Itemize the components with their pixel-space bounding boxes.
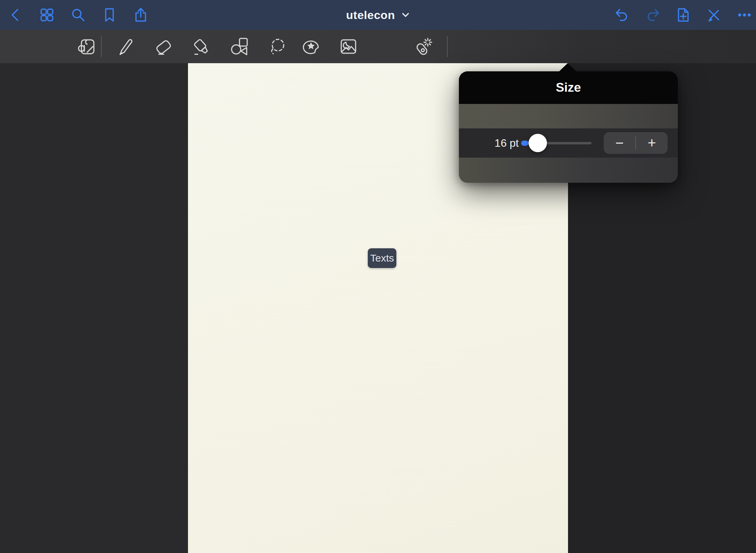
nav-left-group: [7, 0, 150, 30]
slider-thumb[interactable]: [529, 134, 547, 152]
size-control-row: 16 pt − +: [459, 128, 678, 158]
shapes-tool-icon[interactable]: [227, 30, 253, 63]
image-tool-icon[interactable]: [336, 30, 361, 63]
highlighter-tool-icon[interactable]: [189, 30, 214, 63]
notebook-convert-tool-icon[interactable]: [74, 30, 100, 63]
sticker-tool-icon[interactable]: [298, 30, 324, 63]
laser-pointer-tool-icon[interactable]: [410, 30, 435, 63]
share-icon[interactable]: [132, 6, 150, 24]
bookmark-icon[interactable]: [101, 6, 118, 24]
size-increase-button[interactable]: +: [636, 132, 668, 154]
tool-bar: T HiraginoSans-... 16: [0, 30, 756, 63]
size-slider[interactable]: [521, 128, 591, 158]
canvas-background-left: [0, 63, 188, 553]
slider-fill: [521, 141, 529, 146]
search-icon[interactable]: [69, 6, 87, 24]
toolbar-separator-2: [447, 36, 448, 57]
nav-right-group: [613, 0, 753, 30]
undo-icon[interactable]: [613, 6, 631, 24]
more-icon[interactable]: [736, 6, 753, 24]
lasso-tool-icon[interactable]: [264, 30, 290, 63]
canvas-text-element[interactable]: Texts: [368, 248, 396, 268]
size-value-label: 16 pt: [481, 128, 519, 158]
eraser-tool-icon[interactable]: [150, 30, 176, 63]
size-decrease-button[interactable]: −: [604, 132, 635, 154]
nav-bar: utelecon: [0, 0, 756, 30]
add-page-icon[interactable]: [674, 6, 692, 24]
size-stepper: − +: [604, 132, 668, 154]
popover-title-text: Size: [556, 81, 581, 95]
app-screen: utelecon: [0, 0, 756, 553]
popover-lower-band: [459, 158, 678, 183]
back-icon[interactable]: [7, 6, 24, 24]
grid-thumbnails-icon[interactable]: [38, 6, 56, 24]
chevron-down-icon: [401, 11, 410, 19]
document-title-text: utelecon: [346, 8, 395, 22]
canvas-text-label: Texts: [370, 252, 394, 264]
redo-icon[interactable]: [644, 6, 662, 24]
popover-title: Size: [459, 71, 678, 104]
pen-tool-icon[interactable]: [112, 30, 138, 63]
size-popover: Size 16 pt − +: [459, 71, 678, 183]
popover-upper-band: [459, 104, 678, 128]
pen-cross-icon[interactable]: [705, 6, 723, 24]
toolbar-separator: [101, 36, 102, 57]
